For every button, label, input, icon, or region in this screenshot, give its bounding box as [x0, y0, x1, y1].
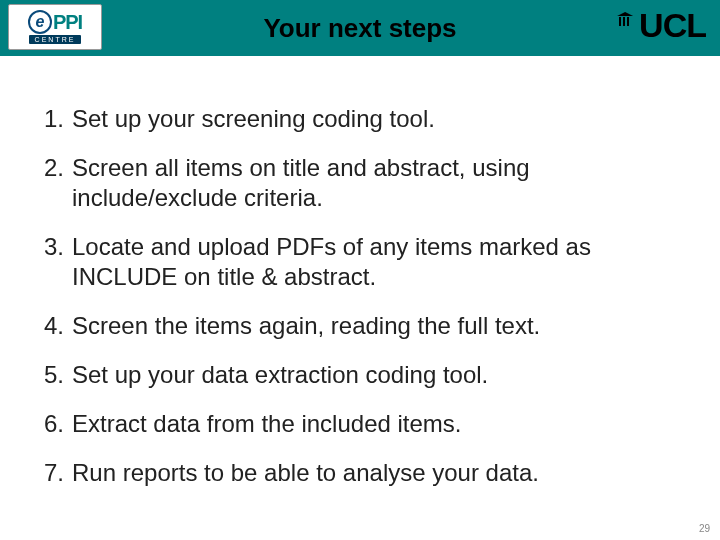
- step-number: 1.: [44, 104, 70, 134]
- list-item: 4. Screen the items again, reading the f…: [44, 303, 676, 352]
- step-text: Locate and upload PDFs of any items mark…: [70, 232, 676, 292]
- ucl-logo: UCL: [617, 8, 706, 42]
- step-number: 2.: [44, 153, 70, 213]
- step-text: Set up your screening coding tool.: [70, 104, 676, 134]
- portico-icon: [617, 12, 633, 26]
- eppi-e-icon: e: [28, 10, 52, 34]
- ucl-text: UCL: [639, 8, 706, 42]
- step-number: 3.: [44, 232, 70, 292]
- list-item: 5. Set up your data extraction coding to…: [44, 352, 676, 401]
- eppi-top: e PPI: [28, 10, 82, 34]
- list-item: 3. Locate and upload PDFs of any items m…: [44, 224, 676, 303]
- step-number: 7.: [44, 458, 70, 488]
- step-text: Set up your data extraction coding tool.: [70, 360, 676, 390]
- list-item: 7. Run reports to be able to analyse you…: [44, 450, 676, 499]
- step-number: 5.: [44, 360, 70, 390]
- page-number: 29: [699, 523, 710, 534]
- eppi-centre-logo: e PPI CENTRE: [8, 4, 102, 50]
- list-item: 1. Set up your screening coding tool.: [44, 96, 676, 145]
- list-item: 2. Screen all items on title and abstrac…: [44, 145, 676, 224]
- step-text: Extract data from the included items.: [70, 409, 676, 439]
- step-number: 4.: [44, 311, 70, 341]
- list-item: 6. Extract data from the included items.: [44, 401, 676, 450]
- step-text: Screen the items again, reading the full…: [70, 311, 676, 341]
- eppi-ppi-text: PPI: [53, 11, 82, 34]
- page-title: Your next steps: [0, 13, 720, 44]
- steps-list: 1. Set up your screening coding tool. 2.…: [0, 56, 720, 499]
- header-bar: e PPI CENTRE Your next steps UCL: [0, 0, 720, 56]
- step-text: Screen all items on title and abstract, …: [70, 153, 676, 213]
- step-text: Run reports to be able to analyse your d…: [70, 458, 676, 488]
- eppi-centre-text: CENTRE: [29, 35, 82, 44]
- step-number: 6.: [44, 409, 70, 439]
- slide: e PPI CENTRE Your next steps UCL 1. Set …: [0, 0, 720, 540]
